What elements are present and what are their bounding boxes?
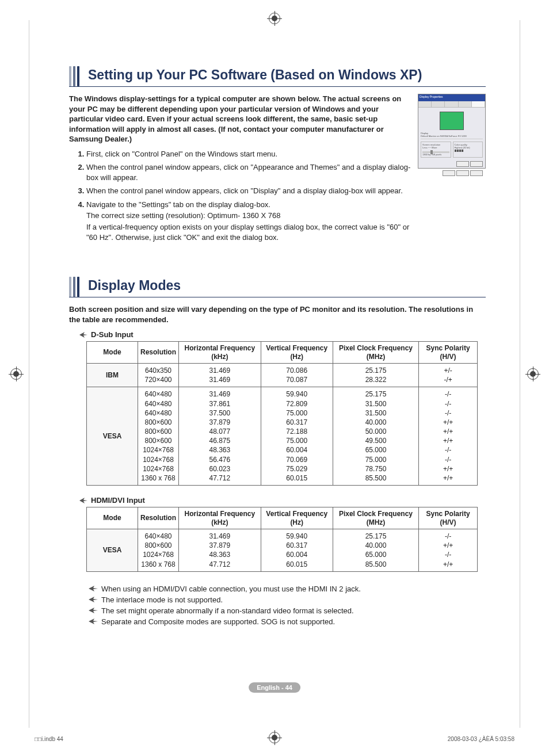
footer-right: 2008-03-03 ¿ÀÈÄ 5:03:58 — [448, 736, 514, 742]
mode-cell: VESA — [87, 387, 138, 486]
col-mode: Mode — [87, 507, 138, 529]
col-vfreq: Vertical Frequency (Hz) — [261, 342, 333, 364]
registration-mark-icon — [527, 368, 539, 380]
arrow-icon — [89, 586, 98, 591]
col-vfreq: Vertical Frequency (Hz) — [261, 507, 333, 529]
note-item: The set might operate abnormally if a no… — [89, 606, 486, 615]
col-pclk: Pixel Clock Frequency (MHz) — [333, 342, 418, 364]
data-cell: 25.17531.50031.50040.00050.00049.50065.0… — [333, 387, 418, 486]
page: Setting up Your PC Software (Based on Wi… — [0, 0, 549, 756]
data-cell: 70.08670.087 — [261, 363, 333, 387]
data-cell: 640×480800×6001024×7681360 x 768 — [138, 529, 179, 572]
data-cell: 31.46937.87948.36347.712 — [179, 529, 261, 572]
note-item: The interlace mode is not supported. — [89, 595, 486, 604]
crop-mark — [520, 20, 520, 728]
col-sync: Sync Polarity (H/V) — [419, 507, 478, 529]
data-cell: +/--/+ — [419, 363, 478, 387]
registration-mark-icon — [269, 13, 280, 24]
arrow-icon — [89, 597, 98, 602]
notes-list: When using an HDMI/DVI cable connection,… — [89, 585, 486, 626]
col-res: Resolution — [138, 507, 179, 529]
section-heading: Display Modes — [69, 277, 486, 297]
step-item: First, click on "Control Panel" on the W… — [86, 149, 411, 159]
data-cell: 31.46931.469 — [179, 363, 261, 387]
col-pclk: Pixel Clock Frequency (MHz) — [333, 507, 418, 529]
data-cell: 25.17540.00065.00085.500 — [333, 529, 418, 572]
mode-cell: IBM — [87, 363, 138, 387]
heading-bars-icon — [69, 277, 81, 297]
note-item: When using an HDMI/DVI cable connection,… — [89, 585, 486, 593]
arrow-icon — [89, 618, 98, 624]
page-badge: English - 44 — [249, 682, 300, 693]
data-cell: 59.94072.80975.00060.31772.18875.00060.0… — [261, 387, 333, 486]
section-title-text: Setting up Your PC Software (Based on Wi… — [88, 66, 422, 86]
section-title-text: Display Modes — [88, 277, 181, 297]
col-sync: Sync Polarity (H/V) — [419, 342, 478, 364]
step-item: When the control panel window appears, c… — [86, 186, 411, 196]
hdmi-table: Mode Resolution Horizontal Frequency (kH… — [86, 507, 478, 572]
data-cell: 31.46937.86137.50037.87948.07746.87548.3… — [179, 387, 261, 486]
registration-mark-icon — [10, 368, 22, 380]
section-intro: The Windows display-settings for a typic… — [69, 94, 411, 144]
col-res: Resolution — [138, 342, 179, 364]
content-area: Setting up Your PC Software (Based on Wi… — [69, 66, 486, 626]
arrow-icon — [79, 332, 87, 338]
data-cell: 640x350720×400 — [138, 363, 179, 387]
step-item: When the control panel window appears, c… — [86, 162, 411, 182]
col-hfreq: Horizontal Frequency (kHz) — [179, 342, 261, 364]
arrow-icon — [89, 608, 98, 613]
mode-cell: VESA — [87, 529, 138, 572]
col-mode: Mode — [87, 342, 138, 364]
steps-list: First, click on "Control Panel" on the W… — [86, 149, 411, 242]
col-hfreq: Horizontal Frequency (kHz) — [179, 507, 261, 529]
dsub-table: Mode Resolution Horizontal Frequency (kH… — [86, 341, 478, 486]
print-footer: □□i.indb 44 2008-03-03 ¿ÀÈÄ 5:03:58 — [35, 736, 514, 742]
display-properties-thumbnail: Display Properties Display Default Monit… — [418, 94, 486, 169]
crop-mark — [29, 20, 29, 728]
data-cell: -/-+/+-/-+/+ — [419, 529, 478, 572]
subsection-label: D-Sub Input — [79, 330, 486, 339]
section-intro: Both screen position and size will vary … — [69, 304, 486, 324]
arrow-icon — [79, 498, 87, 503]
section-heading: Setting up Your PC Software (Based on Wi… — [69, 66, 486, 87]
step-item: Navigate to the "Settings" tab on the di… — [86, 200, 411, 242]
data-cell: 25.17528.322 — [333, 363, 418, 387]
data-cell: -/--/--/-+/++/++/+-/--/-+/++/+ — [419, 387, 478, 486]
data-cell: 640×480640×480640×480800×600800×600800×6… — [138, 387, 179, 486]
data-cell: 59.94060.31760.00460.015 — [261, 529, 333, 572]
note-item: Separate and Composite modes are support… — [89, 617, 486, 626]
footer-left: □□i.indb 44 — [35, 736, 63, 742]
subsection-label: HDMI/DVI Input — [79, 496, 486, 505]
heading-bars-icon — [69, 66, 81, 86]
